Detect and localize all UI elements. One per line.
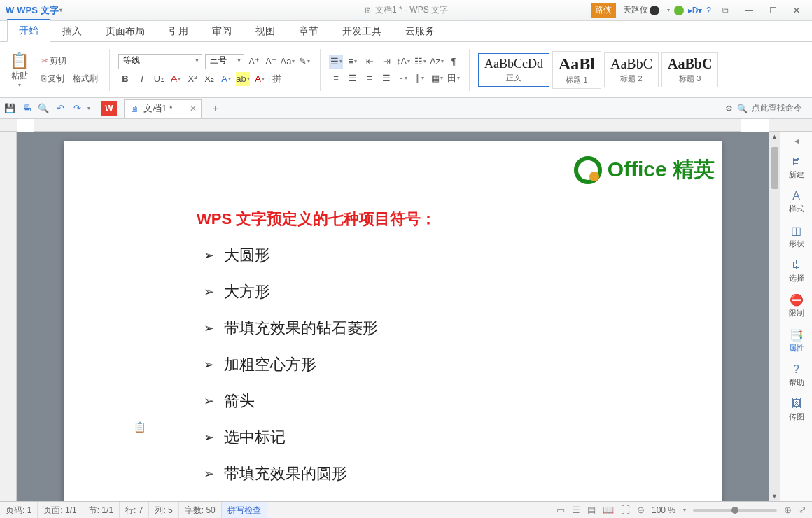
search-icon[interactable]: 🔍	[737, 104, 748, 113]
cut-button[interactable]: ✂剪切	[38, 54, 101, 69]
panel-styles[interactable]: A样式	[789, 190, 804, 214]
bold-button[interactable]: B	[118, 72, 132, 86]
panel-shapes[interactable]: ◫形状	[789, 224, 804, 249]
panel-select[interactable]: ⯐选择	[789, 259, 804, 284]
italic-button[interactable]: I	[135, 72, 149, 86]
paste-button[interactable]: 📋 粘贴▾	[6, 49, 33, 91]
text-direction-button[interactable]: ↕A	[396, 55, 410, 69]
font-name-select[interactable]: 等线	[118, 54, 202, 69]
scroll-up-arrow[interactable]: ▲	[771, 133, 778, 140]
panel-upload-image[interactable]: 🖼传图	[789, 398, 804, 422]
shrink-font-button[interactable]: A⁻	[264, 55, 278, 69]
highlight-button[interactable]: ab	[236, 72, 250, 86]
service-icon-2[interactable]: ▸D▾	[688, 6, 703, 15]
spacing-button[interactable]: ‖	[413, 71, 427, 85]
tab-page-layout[interactable]: 页面布局	[94, 20, 157, 42]
shading-button[interactable]: ▦	[430, 71, 444, 85]
user-badge-1[interactable]: 路侠	[591, 3, 616, 18]
grow-font-button[interactable]: A⁺	[247, 55, 261, 69]
decrease-indent-button[interactable]: ⇤	[363, 55, 377, 69]
align-right-button[interactable]: ≡	[363, 71, 377, 85]
increase-indent-button[interactable]: ⇥	[379, 55, 393, 69]
tab-references[interactable]: 引用	[157, 20, 200, 42]
save-button[interactable]: 💾	[3, 102, 17, 115]
style-heading1[interactable]: AaBl标题 1	[552, 51, 601, 89]
scroll-thumb[interactable]	[771, 147, 778, 189]
maximize-button[interactable]: ☐	[763, 4, 783, 18]
status-line[interactable]: 行: 7	[120, 502, 149, 519]
paste-options-icon[interactable]: 📋	[134, 421, 146, 433]
status-section[interactable]: 节: 1/1	[83, 502, 120, 519]
style-heading2[interactable]: AaBbC标题 2	[604, 52, 659, 88]
status-word-count[interactable]: 字数: 50	[179, 502, 222, 519]
horizontal-ruler[interactable]	[34, 119, 741, 132]
status-page-number[interactable]: 页码: 1	[0, 502, 38, 519]
tab-view[interactable]: 视图	[244, 20, 287, 42]
help-icon[interactable]: ?	[706, 6, 711, 15]
zoom-slider-knob[interactable]	[732, 507, 738, 514]
tab-dev-tools[interactable]: 开发工具	[330, 20, 393, 42]
panel-help[interactable]: ?帮助	[789, 363, 804, 388]
align-center-button[interactable]: ☰	[346, 71, 360, 85]
user-dropdown[interactable]: ▾	[667, 7, 670, 13]
superscript-button[interactable]: X²	[186, 72, 200, 86]
align-left-button[interactable]: ≡	[329, 71, 343, 85]
user-badge-2[interactable]: 天路侠	[620, 3, 662, 18]
service-icon-1[interactable]	[674, 6, 684, 15]
phonetic-guide-button[interactable]: 拼	[270, 72, 284, 86]
panel-properties[interactable]: 📑属性	[789, 328, 804, 354]
sort-button[interactable]: Az	[430, 55, 444, 69]
show-marks-button[interactable]: ¶	[447, 55, 461, 69]
print-preview-button[interactable]: 🔍	[36, 102, 50, 115]
status-page[interactable]: 页面: 1/1	[38, 502, 83, 519]
numbering-button[interactable]: ≡	[346, 55, 360, 69]
tab-cloud[interactable]: 云服务	[393, 20, 447, 42]
zoom-level[interactable]: 100 %	[652, 505, 676, 515]
panel-new[interactable]: 🗎新建	[789, 155, 804, 180]
subscript-button[interactable]: X₂	[202, 72, 216, 86]
document-tab[interactable]: 🗎 文档1 * ✕	[124, 99, 202, 118]
zoom-slider[interactable]	[693, 509, 777, 512]
minimize-button[interactable]: —	[739, 4, 759, 18]
close-tab-button[interactable]: ✕	[190, 104, 197, 113]
view-read-button[interactable]: 📖	[603, 505, 614, 515]
new-tab-button[interactable]: ＋	[209, 102, 223, 115]
line-spacing-button[interactable]: ☷	[413, 55, 427, 69]
pin-icon[interactable]: ⧉	[715, 4, 735, 18]
status-column[interactable]: 列: 5	[149, 502, 178, 519]
style-heading3[interactable]: AaBbC标题 3	[662, 52, 718, 88]
justify-button[interactable]: ☰	[379, 71, 393, 85]
format-painter-button[interactable]: 格式刷	[70, 71, 101, 86]
vertical-ruler[interactable]	[0, 132, 17, 501]
redo-button[interactable]: ↷	[70, 102, 84, 115]
view-outline-button[interactable]: ☰	[572, 505, 580, 515]
view-fullscreen-button[interactable]: ⛶	[621, 505, 630, 515]
borders-button[interactable]: 田	[447, 71, 461, 85]
tab-review[interactable]: 审阅	[200, 20, 244, 42]
clear-format-button[interactable]: ✎	[298, 55, 312, 69]
view-print-layout-button[interactable]: ▭	[556, 505, 565, 515]
document-canvas[interactable]: Office 精英 WPS 文字预定义的七种项目符号： 大圆形 大方形 带填充效…	[17, 132, 769, 501]
fit-page-button[interactable]: ⤢	[799, 505, 806, 515]
zoom-out-button[interactable]: ⊖	[637, 505, 645, 515]
app-menu-dropdown[interactable]: ▾	[59, 7, 62, 13]
settings-icon[interactable]: ⚙	[725, 104, 733, 113]
tab-section[interactable]: 章节	[287, 20, 330, 42]
qat-customize[interactable]: ▾	[88, 105, 90, 111]
copy-button[interactable]: ⎘复制	[38, 71, 67, 86]
strikethrough-button[interactable]: A̶	[169, 72, 183, 86]
font-size-select[interactable]: 三号	[205, 54, 244, 69]
tab-insert[interactable]: 插入	[50, 20, 94, 42]
scroll-down-arrow[interactable]: ▼	[771, 493, 778, 500]
style-normal[interactable]: AaBbCcDd正文	[478, 53, 550, 87]
tab-start[interactable]: 开始	[7, 19, 50, 42]
text-effects-button[interactable]: A	[219, 72, 233, 86]
zoom-in-button[interactable]: ⊕	[784, 505, 792, 515]
collapse-panel-button[interactable]: ◂	[780, 136, 812, 146]
bullets-button[interactable]: ☰	[329, 55, 343, 69]
print-button[interactable]: 🖶	[20, 102, 34, 115]
change-case-button[interactable]: Aa	[281, 55, 295, 69]
underline-button[interactable]: U	[152, 72, 166, 86]
status-spellcheck[interactable]: 拼写检查	[222, 502, 267, 519]
vertical-scrollbar[interactable]: ▲ ▼	[769, 132, 780, 501]
